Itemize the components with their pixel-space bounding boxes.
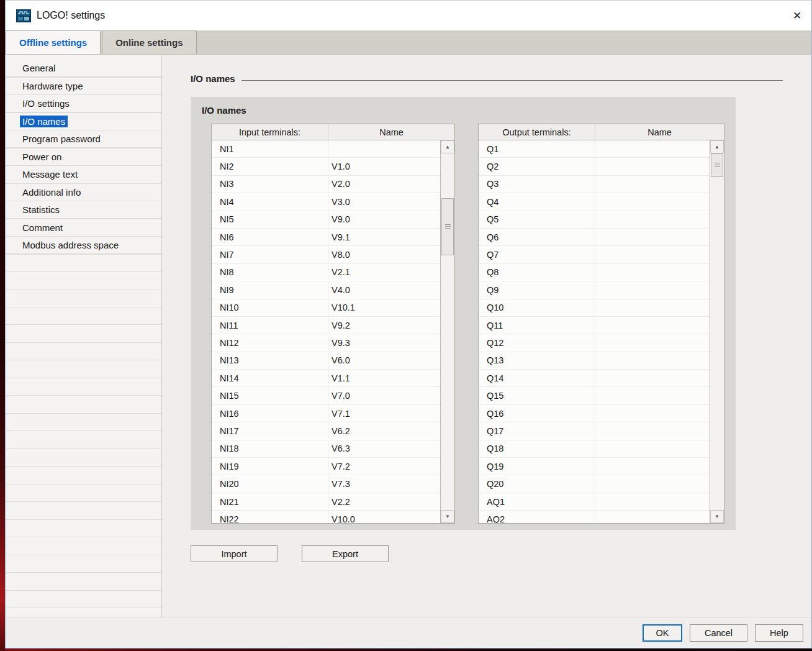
table-row[interactable]: Q20 [479, 475, 710, 493]
tab[interactable]: Online settings [102, 30, 196, 54]
name-cell[interactable] [595, 352, 710, 369]
name-cell[interactable] [595, 158, 710, 175]
close-button[interactable]: ✕ [783, 1, 811, 30]
sidebar-item[interactable]: Additional info [6, 184, 161, 202]
export-button[interactable]: Export [302, 545, 389, 562]
import-button[interactable]: Import [191, 545, 277, 562]
sidebar-item[interactable]: I/O names [6, 113, 161, 131]
sidebar-item[interactable]: Modbus address space [6, 237, 161, 255]
name-cell[interactable] [595, 193, 710, 210]
table-row[interactable]: NI3 V2.0 [212, 176, 440, 193]
table-row[interactable]: Q15 [479, 387, 710, 404]
name-cell[interactable] [595, 370, 710, 386]
table-row[interactable]: Q1 [479, 140, 710, 158]
table-row[interactable]: NI7 V8.0 [212, 246, 440, 263]
name-cell[interactable]: V2.0 [328, 176, 440, 193]
table-row[interactable]: NI15 V7.0 [212, 387, 440, 404]
name-cell[interactable]: V2.1 [328, 264, 440, 281]
table-row[interactable]: NI17 V6.2 [212, 422, 440, 440]
sidebar-item[interactable]: Program password [6, 130, 161, 148]
scroll-track[interactable] [710, 153, 724, 510]
table-row[interactable]: Q12 [479, 334, 710, 352]
table-row[interactable]: NI11 V9.2 [212, 317, 440, 334]
table-row[interactable]: Q19 [479, 458, 710, 475]
name-cell[interactable] [595, 281, 710, 298]
name-cell[interactable] [595, 211, 710, 228]
name-cell[interactable] [595, 317, 710, 334]
table-row[interactable]: AQ1 [479, 493, 710, 511]
table-row[interactable]: Q3 [479, 176, 710, 193]
table-row[interactable]: NI9 V4.0 [212, 281, 440, 299]
input-table-scrollbar[interactable]: ▲ ▼ [440, 140, 454, 523]
name-cell[interactable]: V10.0 [328, 511, 440, 523]
name-cell[interactable] [595, 422, 710, 439]
name-cell[interactable]: V7.3 [328, 475, 440, 492]
name-cell[interactable] [595, 299, 710, 316]
scroll-thumb[interactable] [441, 198, 454, 255]
scroll-up-button[interactable]: ▲ [710, 140, 724, 153]
sidebar-item[interactable]: Hardware type [6, 78, 161, 96]
name-cell[interactable]: V6.2 [328, 422, 440, 439]
table-row[interactable]: NI2 V1.0 [212, 158, 440, 175]
sidebar-item[interactable]: Message text [6, 166, 161, 184]
table-row[interactable]: Q11 [479, 317, 710, 334]
name-cell[interactable] [595, 176, 710, 193]
table-row[interactable]: NI4 V3.0 [212, 193, 440, 211]
name-cell[interactable]: V9.0 [328, 211, 440, 228]
table-row[interactable]: NI20 V7.3 [212, 475, 440, 493]
table-row[interactable]: Q16 [479, 405, 710, 422]
name-cell[interactable]: V4.0 [328, 281, 440, 298]
table-row[interactable]: Q17 [479, 422, 710, 440]
name-cell[interactable] [595, 475, 710, 492]
table-row[interactable]: NI21 V2.2 [212, 493, 440, 511]
table-row[interactable]: NI18 V6.3 [212, 440, 440, 458]
table-row[interactable]: NI5 V9.0 [212, 211, 440, 229]
sidebar-item[interactable]: Comment [6, 219, 161, 237]
name-cell[interactable]: V6.3 [328, 440, 440, 457]
name-cell[interactable] [595, 334, 710, 351]
table-row[interactable]: AQ2 [479, 511, 710, 523]
table-row[interactable]: NI1 [212, 140, 440, 158]
name-cell[interactable] [595, 440, 710, 457]
cancel-button[interactable]: Cancel [690, 624, 747, 642]
name-cell[interactable]: V6.0 [328, 352, 440, 369]
table-row[interactable]: NI16 V7.1 [212, 405, 440, 422]
table-row[interactable]: Q14 [479, 370, 710, 387]
scroll-down-button[interactable]: ▼ [710, 510, 724, 523]
name-cell[interactable]: V3.0 [328, 193, 440, 210]
ok-button[interactable]: OK [643, 624, 682, 642]
name-cell[interactable] [595, 264, 710, 281]
table-row[interactable]: NI10 V10.1 [212, 299, 440, 317]
name-cell[interactable]: V7.2 [328, 458, 440, 475]
name-cell[interactable]: V9.2 [328, 317, 440, 334]
sidebar-item[interactable]: General [6, 60, 161, 78]
name-cell[interactable] [595, 246, 710, 263]
table-row[interactable]: NI19 V7.2 [212, 458, 440, 475]
tab[interactable]: Offline settings [6, 30, 101, 54]
table-row[interactable]: Q5 [479, 211, 710, 229]
table-row[interactable]: Q13 [479, 352, 710, 370]
table-row[interactable]: Q2 [479, 158, 710, 175]
name-cell[interactable] [595, 493, 710, 510]
table-row[interactable]: Q8 [479, 264, 710, 281]
table-row[interactable]: Q10 [479, 299, 710, 317]
scroll-down-button[interactable]: ▼ [441, 510, 454, 523]
name-cell[interactable] [595, 405, 710, 422]
name-cell[interactable]: V2.2 [328, 493, 440, 510]
sidebar-item[interactable]: I/O settings [6, 95, 161, 113]
name-cell[interactable] [595, 140, 710, 157]
name-cell[interactable]: V8.0 [328, 246, 440, 263]
name-cell[interactable]: V9.3 [328, 334, 440, 351]
name-cell[interactable]: V10.1 [328, 299, 440, 316]
sidebar-item[interactable]: Statistics [6, 201, 161, 219]
name-cell[interactable] [328, 140, 440, 157]
scroll-thumb[interactable] [711, 153, 723, 177]
name-cell[interactable]: V1.0 [328, 158, 440, 175]
table-row[interactable]: Q4 [479, 193, 710, 211]
sidebar-item[interactable]: Power on [6, 148, 161, 166]
table-row[interactable]: NI8 V2.1 [212, 264, 440, 281]
name-cell[interactable] [595, 387, 710, 404]
scroll-up-button[interactable]: ▲ [441, 140, 454, 153]
table-row[interactable]: Q18 [479, 440, 710, 458]
name-cell[interactable]: V9.1 [328, 229, 440, 245]
